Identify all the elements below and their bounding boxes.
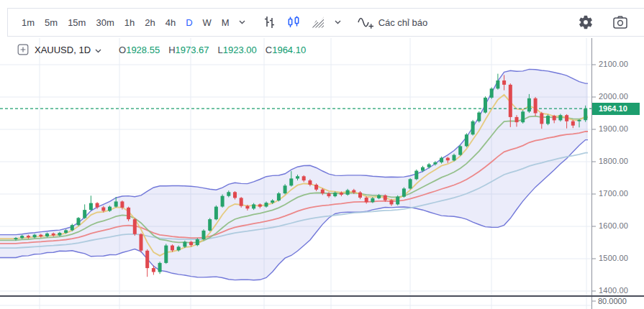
high-label: H bbox=[168, 45, 175, 55]
symbol-title[interactable]: XAUUSD, 1D bbox=[35, 45, 91, 55]
timeframe-5m[interactable]: 5m bbox=[40, 14, 63, 31]
timeframe-4h[interactable]: 4h bbox=[160, 14, 181, 31]
sub-pane-price-label: 80.0000 bbox=[598, 297, 627, 305]
indicators-label: Các chỉ báo bbox=[378, 17, 428, 28]
chart-toolbar: 1m 5m 15m 30m 1h 2h 4h D W M Các chỉ báo bbox=[7, 8, 644, 37]
timeframe-15m[interactable]: 15m bbox=[63, 14, 91, 31]
timeframe-1w[interactable]: W bbox=[198, 14, 217, 31]
price-tick-label: 1500.00 bbox=[599, 254, 628, 262]
timeframes-menu-chevron-icon[interactable] bbox=[235, 18, 250, 27]
candlestick-chart-type-icon[interactable] bbox=[281, 12, 306, 32]
open-label: O bbox=[119, 45, 126, 55]
indicators-icon bbox=[357, 15, 374, 29]
price-tick-label: 1800.00 bbox=[599, 157, 628, 165]
bar-chart-type-icon[interactable] bbox=[257, 12, 281, 32]
close-value: 1964.10 bbox=[272, 45, 306, 55]
timeframe-1d-active[interactable]: D bbox=[181, 14, 197, 31]
price-tick-label: 2100.00 bbox=[599, 60, 628, 68]
price-axis-scale[interactable] bbox=[591, 38, 592, 309]
timeframe-1h[interactable]: 1h bbox=[119, 14, 140, 31]
low-label: L bbox=[218, 45, 223, 55]
timeframe-1m[interactable]: 1m bbox=[17, 14, 40, 31]
timeframe-1m-month[interactable]: M bbox=[217, 14, 235, 31]
chart-type-menu-chevron-icon[interactable] bbox=[330, 18, 345, 27]
price-tick-label: 2000.00 bbox=[599, 92, 628, 101]
timeframe-30m[interactable]: 30m bbox=[91, 14, 119, 31]
indicators-button[interactable]: Các chỉ báo bbox=[351, 12, 434, 32]
price-tick-label: 1400.00 bbox=[599, 286, 628, 295]
current-price-badge: 1964.10 bbox=[592, 103, 640, 115]
price-tick-label: 1600.00 bbox=[599, 221, 628, 230]
high-value: 1973.67 bbox=[176, 45, 209, 55]
low-value: 1923.00 bbox=[223, 45, 257, 55]
price-tick-label: 1700.00 bbox=[599, 189, 628, 198]
add-symbol-icon[interactable] bbox=[17, 44, 29, 55]
chevron-down-icon[interactable] bbox=[95, 45, 101, 55]
ohlc-values: O1928.55 H1973.67 L1923.00 C1964.10 bbox=[119, 45, 306, 55]
close-label: C bbox=[266, 45, 272, 55]
pane-separator[interactable] bbox=[0, 295, 644, 297]
settings-gear-icon[interactable] bbox=[573, 12, 598, 32]
area-chart-type-icon[interactable] bbox=[306, 12, 330, 32]
open-value: 1928.55 bbox=[126, 45, 160, 55]
price-tick-label: 1900.00 bbox=[599, 124, 628, 133]
camera-snapshot-icon[interactable] bbox=[608, 12, 632, 32]
symbol-legend: XAUUSD, 1D O1928.55 H1973.67 L1923.00 C1… bbox=[17, 44, 306, 55]
timeframe-2h[interactable]: 2h bbox=[140, 14, 160, 31]
